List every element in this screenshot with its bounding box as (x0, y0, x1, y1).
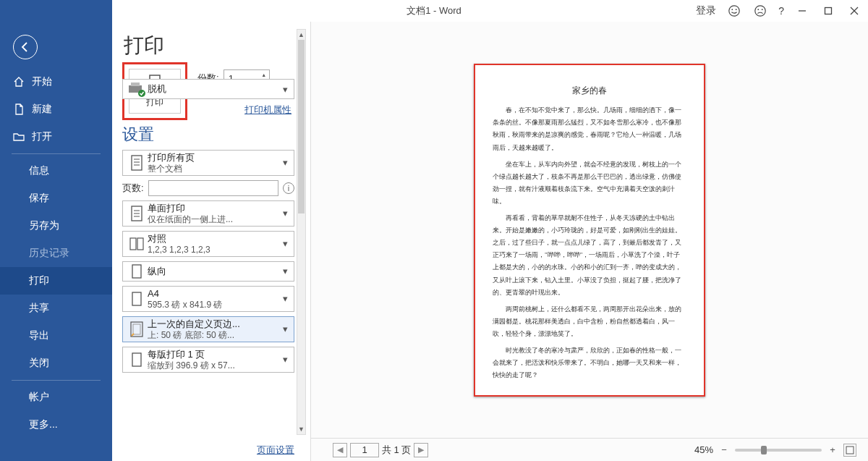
zoom-in-button[interactable]: + (827, 445, 838, 455)
option-title: 打印所有页 (148, 152, 279, 164)
option-sub: 缩放到 396.9 磅 x 57... (148, 360, 279, 371)
sidebar-item-print[interactable]: 打印 (0, 267, 112, 295)
printer-select[interactable]: 脱机 ▾ (122, 79, 294, 99)
page-total: 共 1 页 (382, 444, 411, 457)
svg-rect-17 (132, 156, 142, 170)
print-range-select[interactable]: 打印所有页 整个文档 ▾ (122, 150, 294, 176)
doc-heading: 家乡的春 (493, 83, 686, 99)
sidebar-item-label: 信息 (29, 164, 49, 177)
sidebar-item-label: 保存 (29, 192, 49, 205)
sidebar-item-new[interactable]: 新建 (0, 96, 112, 123)
sidebar-item-label: 历史记录 (29, 247, 69, 260)
option-title: 纵向 (148, 266, 279, 277)
pages-per-sheet-select[interactable]: 每版打印 1 页 缩放到 396.9 磅 x 57... ▾ (122, 347, 294, 373)
svg-rect-30 (133, 324, 140, 334)
paper-size-select[interactable]: A4 595.3 磅 x 841.9 磅 ▾ (122, 286, 294, 312)
option-sub: 上: 50 磅 底部: 50 磅... (148, 330, 279, 340)
svg-rect-27 (132, 265, 141, 278)
sides-select[interactable]: 单面打印 仅在纸面的一侧上进... ▾ (122, 200, 294, 227)
page-number-input[interactable]: 1 (350, 443, 379, 457)
sidebar-item-history: 历史记录 (0, 240, 112, 267)
sidebar-item-close[interactable]: 关闭 (0, 350, 112, 377)
margins-select[interactable]: 上一次的自定义页边... 上: 50 磅 底部: 50 磅... ▾ (122, 316, 294, 342)
page-setup-link[interactable]: 页面设置 (257, 444, 294, 457)
next-page-button[interactable]: ▶ (414, 443, 428, 457)
collate-select[interactable]: 对照 1,2,3 1,2,3 1,2,3 ▾ (122, 231, 294, 257)
home-icon (13, 76, 25, 88)
orientation-select[interactable]: 纵向 ▾ (122, 261, 294, 282)
scroll-up-icon[interactable]: ▲ (297, 30, 305, 40)
pages-label: 页数: (122, 182, 144, 195)
sidebar-item-save[interactable]: 保存 (0, 185, 112, 212)
zoom-thumb[interactable] (761, 446, 767, 454)
svg-rect-15 (131, 83, 140, 86)
option-sub: 1,2,3 1,2,3 1,2,3 (148, 245, 279, 255)
svg-point-1 (732, 9, 733, 10)
login-link[interactable]: 登录 (696, 4, 716, 17)
back-button[interactable] (13, 35, 38, 59)
doc-paragraph: 春，在不知不觉中来了，那么快。几场雨，细细的洒下，像一条条的丝。不像那夏雨那么猛… (493, 104, 686, 153)
printer-name: 脱机 (148, 83, 279, 95)
svg-rect-28 (132, 292, 141, 305)
chevron-down-icon: ▾ (279, 208, 291, 219)
collate-icon (126, 236, 148, 252)
sidebar-item-label: 另存为 (29, 219, 59, 232)
help-button[interactable]: ? (778, 5, 784, 17)
sheet-icon (126, 352, 148, 368)
svg-rect-7 (825, 8, 832, 14)
folder-icon (13, 131, 25, 143)
option-title: A4 (148, 288, 279, 300)
sidebar-item-saveas[interactable]: 另存为 (0, 212, 112, 240)
maximize-button[interactable] (820, 3, 836, 19)
svg-point-2 (736, 9, 737, 10)
sidebar-item-info[interactable]: 信息 (0, 157, 112, 185)
pages-icon (126, 154, 148, 172)
chevron-down-icon: ▾ (279, 293, 291, 304)
sidebar-item-more[interactable]: 更多... (0, 411, 112, 439)
sidebar-item-account[interactable]: 帐户 (0, 384, 112, 411)
svg-rect-26 (137, 238, 143, 250)
sidebar-separator (12, 153, 101, 154)
file-icon (13, 103, 25, 115)
svg-point-16 (138, 90, 145, 97)
sidebar-item-label: 共享 (29, 302, 49, 315)
chevron-down-icon: ▾ (279, 323, 291, 334)
option-title: 上一次的自定义页边... (148, 318, 279, 330)
sidebar-item-label: 帐户 (29, 391, 49, 404)
sidebar-item-home[interactable]: 开始 (0, 68, 112, 96)
zoom-out-button[interactable]: − (719, 445, 729, 455)
sidebar-item-label: 打开 (32, 130, 52, 143)
zoom-fit-button[interactable] (843, 444, 856, 457)
doc-paragraph: 两周前桃树上，还什么都看不见，两周那开出花朵出来，放的满园都是。桃花那样美透白，… (493, 303, 686, 340)
scroll-down-icon[interactable]: ▼ (297, 424, 305, 434)
prev-page-button[interactable]: ◀ (333, 443, 347, 457)
option-sub: 整个文档 (148, 164, 279, 174)
scroll-thumb[interactable] (298, 40, 305, 213)
portrait-icon (126, 263, 148, 279)
sidebar-item-open[interactable]: 打开 (0, 123, 112, 151)
sidebar-item-share[interactable]: 共享 (0, 295, 112, 322)
printer-properties-link[interactable]: 打印机属性 (122, 103, 292, 117)
info-icon[interactable]: i (283, 182, 294, 194)
option-sub: 仅在纸面的一侧上进... (148, 214, 279, 224)
pages-input[interactable] (148, 180, 278, 196)
doc-paragraph: 坐在车上，从车内向外望，就会不经意的发现，树枝上的一个个绿点越长越大了，枝条不再… (493, 158, 686, 208)
zoom-slider[interactable] (735, 449, 822, 452)
settings-scrollbar[interactable]: ▲ ▼ (297, 29, 306, 435)
page-icon (126, 205, 148, 222)
option-title: 单面打印 (148, 203, 279, 214)
sidebar-item-label: 新建 (32, 103, 52, 116)
svg-point-4 (758, 9, 760, 10)
option-title: 每版打印 1 页 (148, 349, 279, 360)
svg-rect-32 (846, 447, 854, 454)
print-heading: 打印 (124, 32, 303, 59)
chevron-down-icon: ▾ (279, 84, 291, 95)
close-button[interactable] (846, 3, 862, 19)
page-icon (126, 291, 148, 307)
frown-icon[interactable] (752, 3, 768, 19)
sidebar-item-export[interactable]: 导出 (0, 322, 112, 350)
svg-point-0 (729, 6, 739, 16)
minimize-button[interactable] (794, 3, 810, 19)
preview-statusbar: ◀ 1 共 1 页 ▶ 45% − + (311, 438, 868, 461)
smile-icon[interactable] (726, 3, 742, 19)
